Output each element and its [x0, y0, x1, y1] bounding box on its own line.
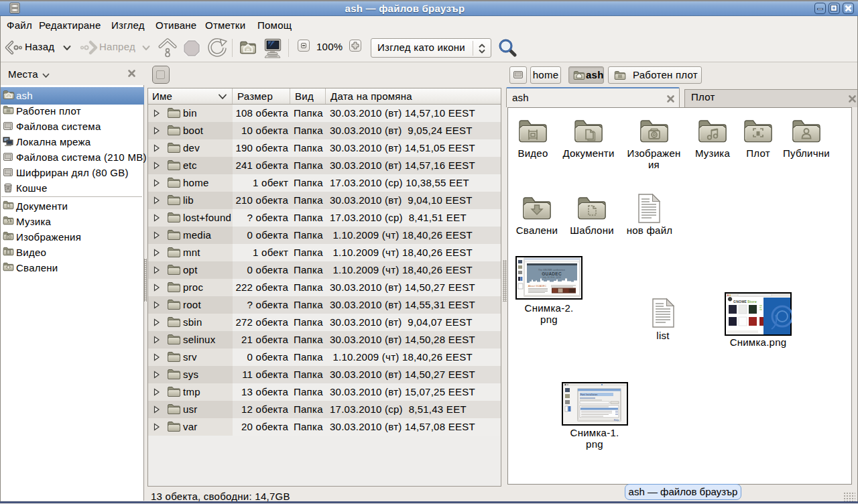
svg-text:Font Installation: Font Installation	[580, 393, 598, 396]
svg-text:GNOME: GNOME	[733, 300, 747, 304]
svg-text:About GUADEC: About GUADEC	[528, 285, 547, 288]
svg-text:GUADEC: GUADEC	[542, 271, 562, 276]
svg-text:Help: Help	[614, 419, 619, 422]
svg-text:Store: Store	[747, 300, 757, 304]
svg-text:July 24-30th, 2010: July 24-30th, 2010	[542, 276, 561, 279]
